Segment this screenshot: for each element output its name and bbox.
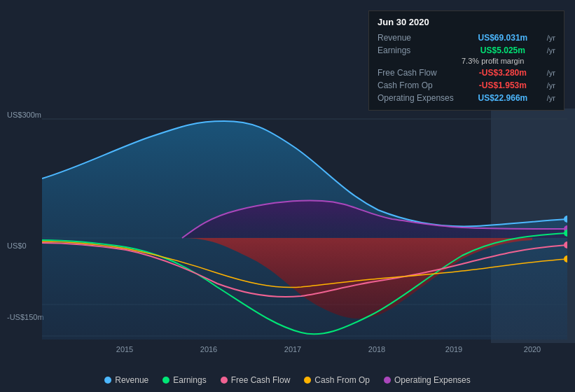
tooltip-unit-opex: /yr [547,94,555,102]
legend-item-opex[interactable]: Operating Expenses [384,375,471,385]
tooltip-label-earnings: Earnings [377,46,462,55]
tooltip-box: Jun 30 2020 Revenue US$69.031m /yr Earni… [368,10,564,111]
tooltip-label-opex: Operating Expenses [377,93,462,103]
legend-dot-earnings [162,377,169,384]
chart-svg [42,108,567,340]
y-label-mid: US$0 [7,241,27,250]
tooltip-row-revenue: Revenue US$69.031m /yr [377,31,555,44]
x-label-2018: 2018 [368,345,385,354]
tooltip-row-earnings: Earnings US$5.025m /yr [377,44,555,57]
legend-dot-fcf [221,377,228,384]
legend-item-earnings[interactable]: Earnings [162,375,206,385]
tooltip-sub-earnings: 7.3% profit margin [377,57,555,66]
tooltip-value-fcf: -US$3.280m [479,68,527,78]
legend-item-fcf[interactable]: Free Cash Flow [221,375,291,385]
legend-label-earnings: Earnings [173,375,206,385]
x-label-2016: 2016 [200,345,217,354]
legend-dot-cfo [304,377,311,384]
x-label-2017: 2017 [284,345,301,354]
legend-label-fcf: Free Cash Flow [231,375,291,385]
x-label-2020: 2020 [524,345,541,354]
tooltip-date: Jun 30 2020 [377,17,555,27]
tooltip-row-opex: Operating Expenses US$22.966m /yr [377,92,555,104]
y-label-top: US$300m [7,111,41,119]
legend-item-revenue[interactable]: Revenue [104,375,148,385]
legend-label-revenue: Revenue [115,375,148,385]
tooltip-value-earnings: US$5.025m [480,46,525,55]
x-label-2015: 2015 [116,345,133,354]
chart-container: Jun 30 2020 Revenue US$69.031m /yr Earni… [0,0,575,392]
legend-label-opex: Operating Expenses [394,375,471,385]
tooltip-value-cfo: -US$1.953m [479,80,527,90]
tooltip-row-fcf: Free Cash Flow -US$3.280m /yr [377,66,555,79]
tooltip-value-opex: US$22.966m [478,93,528,103]
tooltip-unit-revenue: /yr [547,34,555,42]
chart-legend: Revenue Earnings Free Cash Flow Cash Fro… [0,375,575,385]
tooltip-unit-fcf: /yr [547,69,555,77]
x-label-2019: 2019 [445,345,462,354]
tooltip-label-fcf: Free Cash Flow [377,68,462,78]
tooltip-unit-cfo: /yr [547,81,555,90]
tooltip-label-cfo: Cash From Op [377,80,462,90]
tooltip-value-revenue: US$69.031m [478,33,528,43]
legend-dot-opex [384,377,391,384]
legend-label-cfo: Cash From Op [314,375,370,385]
legend-item-cfo[interactable]: Cash From Op [304,375,370,385]
tooltip-unit-earnings: /yr [547,46,555,55]
legend-dot-revenue [104,377,111,384]
tooltip-label-revenue: Revenue [377,33,462,43]
tooltip-row-cfo: Cash From Op -US$1.953m /yr [377,79,555,92]
y-label-bottom: -US$150m [7,313,44,321]
